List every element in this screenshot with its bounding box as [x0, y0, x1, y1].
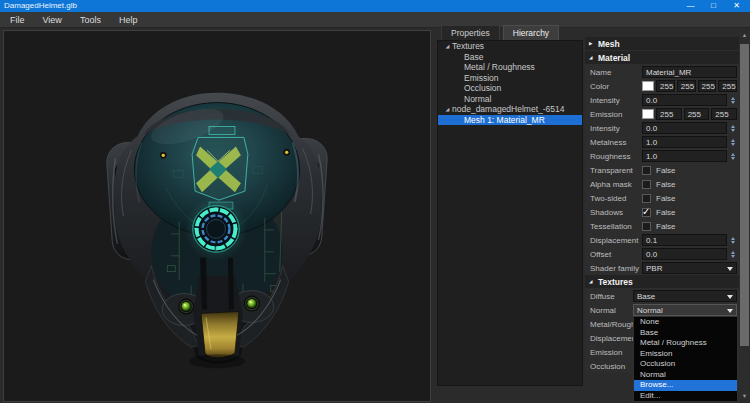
property-label: Color: [590, 82, 642, 91]
menu-help[interactable]: Help: [110, 12, 147, 28]
color-channel-field[interactable]: 255: [677, 80, 696, 92]
scroll-up-icon[interactable]: ▲: [739, 30, 750, 41]
spinner-down-icon[interactable]: [731, 129, 735, 134]
checkbox[interactable]: [642, 194, 651, 203]
spinner-down-icon[interactable]: [731, 255, 735, 260]
tree-item-node-damagedhelmet-6514[interactable]: ◢node_damagedHelmet_-6514: [438, 104, 582, 115]
number-field[interactable]: 0.1: [642, 234, 727, 246]
spinner-down-icon[interactable]: [731, 241, 735, 246]
checkbox[interactable]: [642, 166, 651, 175]
number-field[interactable]: 0.0: [642, 122, 727, 134]
dropdown-diffuse[interactable]: Base: [633, 290, 737, 302]
tab-properties[interactable]: Properties: [441, 25, 500, 40]
color-swatch[interactable]: [642, 109, 654, 119]
helmet-eye-ring: [184, 197, 248, 261]
property-label: Offset: [590, 250, 642, 259]
dropdown-option-metal-roughness[interactable]: Metal / Roughness: [634, 338, 737, 349]
tree-item-normal[interactable]: Normal: [438, 94, 582, 105]
title-bar[interactable]: DamagedHelmet.glb —□✕: [0, 0, 750, 12]
expander-icon[interactable]: ◢: [443, 43, 452, 49]
tree-item-occlusion[interactable]: Occlusion: [438, 83, 582, 94]
chevron-down-icon: [727, 295, 733, 302]
property-control: 0.0: [642, 122, 737, 134]
maximize-button[interactable]: □: [702, 0, 725, 12]
spinner-up-icon[interactable]: [731, 137, 735, 142]
spinner[interactable]: [728, 248, 737, 260]
spinner-up-icon[interactable]: [731, 151, 735, 156]
property-label: Transparent: [590, 166, 642, 175]
spinner-down-icon[interactable]: [731, 143, 735, 148]
dropdown-normal[interactable]: Normal: [633, 304, 737, 316]
tree-item-mesh-1-material-mr[interactable]: Mesh 1: Material_MR: [438, 115, 582, 126]
spinner[interactable]: [728, 150, 737, 162]
tree-item-label: Emission: [464, 73, 498, 83]
property-control: Base: [633, 290, 737, 302]
minimize-button[interactable]: —: [679, 0, 702, 12]
color-channel-field[interactable]: 255: [698, 80, 717, 92]
property-control: Normal: [633, 304, 737, 316]
dropdown-option-none[interactable]: None: [634, 317, 737, 328]
color-channel-field[interactable]: 255: [656, 80, 675, 92]
dropdown-option-emission[interactable]: Emission: [634, 349, 737, 360]
menu-tools[interactable]: Tools: [71, 12, 110, 28]
close-button[interactable]: ✕: [725, 0, 748, 12]
number-field[interactable]: 0.0: [642, 248, 727, 260]
tree-item-label: Base: [464, 52, 483, 62]
color-channel-field[interactable]: 255: [711, 108, 737, 120]
chevron-down-icon[interactable]: ◢: [589, 55, 598, 60]
panel-tabs: PropertiesHierarchy: [441, 25, 562, 40]
menu-file[interactable]: File: [1, 12, 34, 28]
chevron-right-icon[interactable]: ▶: [589, 41, 598, 46]
color-channel-field[interactable]: 255: [656, 108, 682, 120]
tree-item-metal-roughness[interactable]: Metal / Roughness: [438, 62, 582, 73]
dropdown-option-browse[interactable]: Browse...: [634, 380, 737, 391]
menu-view[interactable]: View: [34, 12, 71, 28]
property-row-transparent: TransparentFalse: [585, 163, 739, 177]
scrollbar-thumb[interactable]: [740, 44, 749, 346]
checkbox[interactable]: [642, 222, 651, 231]
section-title: Textures: [598, 277, 633, 287]
scroll-down-icon[interactable]: ▼: [739, 391, 750, 402]
checkbox-value: False: [656, 180, 676, 189]
dropdown-option-base[interactable]: Base: [634, 328, 737, 339]
chevron-down-icon: [727, 267, 733, 274]
dropdown-option-edit[interactable]: Edit...: [634, 391, 737, 402]
checkbox[interactable]: [642, 180, 651, 189]
spinner-up-icon[interactable]: [731, 235, 735, 240]
spinner-down-icon[interactable]: [731, 101, 735, 106]
section-header-mesh[interactable]: ▶Mesh: [585, 37, 739, 50]
viewport-3d[interactable]: [3, 30, 431, 402]
number-field[interactable]: 1.0: [642, 150, 727, 162]
tree-item-emission[interactable]: Emission: [438, 73, 582, 84]
tree-item-textures[interactable]: ◢Textures: [438, 41, 582, 52]
spinner-up-icon[interactable]: [731, 95, 735, 100]
expander-icon[interactable]: ◢: [443, 106, 452, 112]
spinner[interactable]: [728, 136, 737, 148]
property-control: 255255255255: [642, 80, 737, 92]
dropdown-option-occlusion[interactable]: Occlusion: [634, 359, 737, 370]
tab-hierarchy[interactable]: Hierarchy: [503, 25, 559, 40]
property-row-name: NameMaterial_MR: [585, 65, 739, 79]
spinner[interactable]: [728, 122, 737, 134]
spinner-up-icon[interactable]: [731, 123, 735, 128]
section-header-material[interactable]: ◢Material: [585, 51, 739, 64]
property-row-intensity: Intensity0.0: [585, 93, 739, 107]
chevron-down-icon[interactable]: ◢: [589, 279, 598, 284]
dropdown-option-normal[interactable]: Normal: [634, 370, 737, 381]
tree-item-base[interactable]: Base: [438, 52, 582, 63]
spinner[interactable]: [728, 94, 737, 106]
text-field[interactable]: Material_MR: [642, 66, 737, 78]
properties-scrollbar[interactable]: ▲ ▼: [739, 30, 750, 402]
spinner-down-icon[interactable]: [731, 157, 735, 162]
spinner-up-icon[interactable]: [731, 249, 735, 254]
color-channel-field[interactable]: 255: [684, 108, 710, 120]
property-label: Intensity: [590, 124, 642, 133]
color-channel-field[interactable]: 255: [718, 80, 737, 92]
color-swatch[interactable]: [642, 81, 654, 91]
section-header-textures[interactable]: ◢Textures: [585, 275, 739, 288]
spinner[interactable]: [728, 234, 737, 246]
dropdown-shader-family[interactable]: PBR: [642, 262, 737, 274]
number-field[interactable]: 1.0: [642, 136, 727, 148]
checkbox[interactable]: [642, 208, 651, 217]
number-field[interactable]: 0.0: [642, 94, 727, 106]
